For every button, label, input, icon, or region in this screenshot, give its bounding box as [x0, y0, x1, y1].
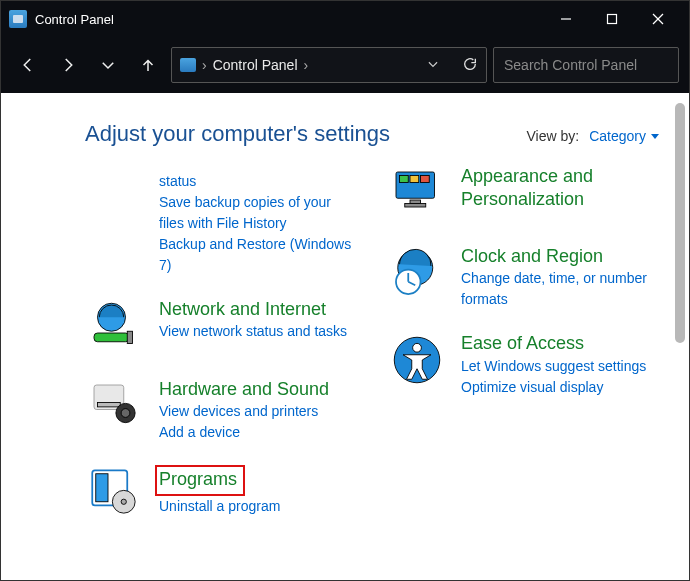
link-add-device[interactable]: Add a device [159, 422, 329, 443]
back-button[interactable] [11, 48, 45, 82]
viewby-value: Category [589, 128, 646, 144]
svg-rect-14 [96, 474, 108, 502]
breadcrumb-root[interactable]: Control Panel [213, 57, 298, 73]
control-panel-mini-icon [180, 58, 196, 72]
svg-rect-21 [410, 200, 421, 204]
category-ease-title[interactable]: Ease of Access [461, 333, 584, 353]
programs-icon [85, 463, 145, 523]
scrollbar[interactable] [675, 103, 685, 578]
category-hardware-title[interactable]: Hardware and Sound [159, 379, 329, 399]
svg-rect-19 [410, 176, 419, 183]
svg-rect-18 [400, 176, 409, 183]
right-column: Appearance and Personalization Clock and… [387, 169, 659, 543]
category-appearance-title[interactable]: Appearance and Personalization [461, 166, 593, 209]
svg-rect-8 [127, 331, 132, 343]
link-network-status[interactable]: View network status and tasks [159, 321, 347, 342]
category-programs: Programs Uninstall a program [85, 463, 357, 523]
link-devices-printers[interactable]: View devices and printers [159, 401, 329, 422]
address-history-button[interactable] [426, 57, 440, 74]
titlebar: Control Panel [1, 1, 689, 37]
up-button[interactable] [131, 48, 165, 82]
breadcrumb-separator: › [202, 57, 207, 73]
clock-icon [387, 243, 447, 303]
refresh-button[interactable] [462, 56, 478, 75]
breadcrumb-separator: › [304, 57, 309, 73]
link-backup-restore[interactable]: Backup and Restore (Windows 7) [159, 234, 357, 276]
search-input[interactable] [504, 57, 679, 73]
category-network-title[interactable]: Network and Internet [159, 299, 326, 319]
svg-rect-7 [94, 333, 129, 342]
programs-highlight: Programs [155, 465, 245, 495]
viewby-label: View by: [527, 128, 580, 144]
link-optimize-display[interactable]: Optimize visual display [461, 377, 646, 398]
category-programs-title[interactable]: Programs [159, 469, 237, 489]
category-clock-title[interactable]: Clock and Region [461, 246, 603, 266]
ease-of-access-icon [387, 330, 447, 390]
svg-rect-20 [421, 176, 430, 183]
address-bar[interactable]: › Control Panel › [171, 47, 487, 83]
control-panel-icon [9, 10, 27, 28]
category-network: Network and Internet View network status… [85, 296, 357, 356]
svg-rect-22 [405, 204, 426, 208]
svg-point-28 [413, 344, 422, 353]
viewby-dropdown[interactable]: Category [589, 128, 659, 144]
navbar: › Control Panel › [1, 37, 689, 93]
category-clock: Clock and Region Change date, time, or n… [387, 243, 659, 310]
recent-locations-button[interactable] [91, 48, 125, 82]
search-box[interactable] [493, 47, 679, 83]
scrollbar-thumb[interactable] [675, 103, 685, 343]
svg-point-16 [121, 500, 126, 505]
partial-category: status Save backup copies of your files … [85, 169, 357, 276]
appearance-icon [387, 163, 447, 223]
maximize-button[interactable] [589, 1, 635, 37]
page-title: Adjust your computer's settings [85, 121, 390, 147]
forward-button[interactable] [51, 48, 85, 82]
close-button[interactable] [635, 1, 681, 37]
category-appearance: Appearance and Personalization [387, 163, 659, 223]
link-date-time-formats[interactable]: Change date, time, or number formats [461, 268, 659, 310]
link-status[interactable]: status [159, 171, 357, 192]
link-file-history[interactable]: Save backup copies of your files with Fi… [159, 192, 357, 234]
svg-point-12 [121, 409, 130, 418]
minimize-button[interactable] [543, 1, 589, 37]
link-uninstall-program[interactable]: Uninstall a program [159, 496, 280, 517]
hardware-icon [85, 376, 145, 436]
chevron-down-icon [651, 134, 659, 139]
network-icon [85, 296, 145, 356]
content-area: Adjust your computer's settings View by:… [1, 93, 689, 581]
window-title: Control Panel [35, 12, 114, 27]
svg-rect-10 [98, 403, 121, 407]
left-column: status Save backup copies of your files … [85, 169, 357, 543]
link-suggest-settings[interactable]: Let Windows suggest settings [461, 356, 646, 377]
category-hardware: Hardware and Sound View devices and prin… [85, 376, 357, 443]
category-ease: Ease of Access Let Windows suggest setti… [387, 330, 659, 397]
svg-rect-1 [608, 15, 617, 24]
